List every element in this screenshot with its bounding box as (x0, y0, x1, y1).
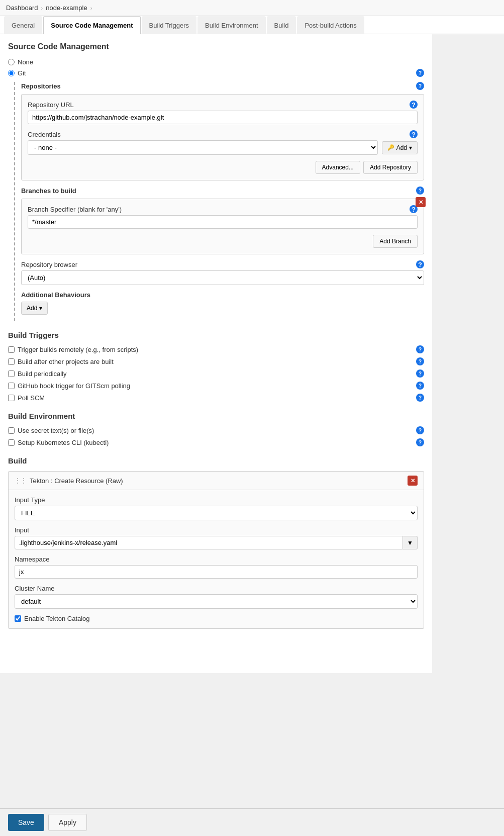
branch-box: ✕ Branch Specifier (blank for 'any') ? A… (21, 199, 424, 254)
repo-url-label-row: Repository URL ? (28, 101, 418, 109)
credentials-add-button[interactable]: 🔑 Add ▾ (382, 141, 418, 154)
scm-git-help-icon[interactable]: ? (416, 69, 424, 77)
scm-none-label: None (18, 58, 33, 66)
repo-actions-row: Advanced... Add Repository (28, 161, 418, 174)
namespace-input[interactable] (15, 565, 418, 579)
env-checkbox-0[interactable] (8, 427, 15, 434)
cluster-name-label: Cluster Name (15, 585, 54, 592)
trigger-help-0[interactable]: ? (416, 345, 424, 353)
add-behaviour-button[interactable]: Add ▾ (21, 302, 48, 315)
scm-git-radio[interactable] (8, 70, 15, 76)
cluster-name-select[interactable]: default (15, 594, 418, 609)
tab-scm[interactable]: Source Code Management (43, 16, 140, 34)
scm-radio-git: Git (8, 69, 26, 77)
credentials-label-row: Credentials ? (28, 130, 418, 138)
trigger-item-0: Trigger builds remotely (e.g., from scri… (8, 345, 424, 353)
trigger-item-1-left: Build after other projects are built (8, 358, 114, 365)
branch-actions-row: Add Branch (28, 235, 418, 248)
build-triggers-title: Build Triggers (8, 331, 424, 339)
scm-radio-none: None (8, 58, 424, 66)
credentials-add-label: Add (396, 144, 407, 151)
tab-build-environment[interactable]: Build Environment (197, 16, 266, 34)
scm-title: Source Code Management (8, 42, 424, 51)
trigger-checkbox-1[interactable] (8, 358, 15, 365)
enable-tekton-checkbox[interactable] (15, 615, 21, 622)
trigger-help-2[interactable]: ? (416, 369, 424, 378)
additional-behaviours-field: Additional Behaviours Add ▾ (21, 291, 424, 315)
input-type-select[interactable]: FILE (15, 506, 418, 520)
repos-help-icon[interactable]: ? (416, 82, 424, 90)
namespace-field: Namespace (15, 555, 418, 579)
build-triggers-list: Trigger builds remotely (e.g., from scri… (8, 345, 424, 402)
trigger-checkbox-4[interactable] (8, 395, 15, 401)
credentials-add-chevron: ▾ (409, 144, 412, 151)
env-label-1: Setup Kubernetes CLI (kubectl) (18, 439, 109, 446)
breadcrumb: Dashboard › node-example › (0, 0, 504, 16)
input-label: Input (15, 526, 29, 534)
repo-browser-label: Repository browser (21, 261, 77, 268)
env-item-1-left: Setup Kubernetes CLI (kubectl) (8, 439, 109, 446)
env-item-0-left: Use secret text(s) or file(s) (8, 427, 94, 434)
additional-behaviours-label: Additional Behaviours (21, 291, 90, 299)
credentials-help-icon[interactable]: ? (410, 130, 418, 138)
trigger-checkbox-0[interactable] (8, 346, 15, 353)
trigger-label-3: GitHub hook trigger for GITScm polling (18, 382, 130, 390)
input-value-input[interactable] (15, 536, 403, 549)
branch-specifier-input[interactable] (28, 215, 418, 229)
env-checkbox-1[interactable] (8, 439, 15, 446)
breadcrumb-dashboard[interactable]: Dashboard (6, 4, 38, 12)
tab-post-build[interactable]: Post-build Actions (297, 16, 364, 34)
tab-build[interactable]: Build (267, 16, 296, 34)
breadcrumb-project[interactable]: node-example (46, 4, 87, 12)
enable-tekton-label: Enable Tekton Catalog (24, 615, 90, 622)
git-section: Repositories ? Repository URL ? Credenti… (8, 82, 424, 321)
repo-url-label: Repository URL (28, 101, 74, 109)
trigger-help-3[interactable]: ? (416, 382, 424, 390)
input-type-field: Input Type FILE (15, 496, 418, 520)
credentials-row: - none - 🔑 Add ▾ (28, 140, 418, 155)
tab-general[interactable]: General (4, 16, 42, 34)
env-help-1[interactable]: ? (416, 438, 424, 446)
input-with-btn: ▼ (15, 536, 418, 549)
add-repository-button[interactable]: Add Repository (363, 161, 418, 174)
build-title: Build (8, 456, 424, 465)
branches-help-icon[interactable]: ? (416, 187, 424, 195)
remove-build-button[interactable]: ✕ (408, 476, 418, 486)
remove-branch-button[interactable]: ✕ (416, 197, 426, 207)
input-type-label: Input Type (15, 496, 45, 504)
build-box-body: Input Type FILE Input ▼ Namespace (9, 490, 424, 628)
advanced-button[interactable]: Advanced... (316, 161, 360, 174)
env-help-0[interactable]: ? (416, 426, 424, 434)
build-env-list: Use secret text(s) or file(s) ? Setup Ku… (8, 426, 424, 446)
scm-git-label: Git (18, 69, 26, 77)
trigger-help-1[interactable]: ? (416, 357, 424, 365)
repo-url-input[interactable] (28, 111, 418, 124)
trigger-checkbox-3[interactable] (8, 383, 15, 389)
variable-button[interactable]: ▼ (403, 536, 418, 549)
trigger-item-3: GitHub hook trigger for GITScm polling ? (8, 382, 424, 390)
trigger-help-4[interactable]: ? (416, 394, 424, 402)
trigger-checkbox-2[interactable] (8, 370, 15, 377)
repo-box: Repository URL ? Credentials ? - none - (21, 94, 424, 180)
repo-browser-select[interactable]: (Auto) (21, 270, 424, 285)
trigger-item-0-left: Trigger builds remotely (e.g., from scri… (8, 346, 138, 353)
tab-build-triggers[interactable]: Build Triggers (142, 16, 196, 34)
repo-url-help-icon[interactable]: ? (410, 101, 418, 109)
credentials-label: Credentials (28, 131, 61, 138)
cluster-name-field: Cluster Name default (15, 585, 418, 609)
scm-none-radio[interactable] (8, 59, 15, 65)
input-field: Input ▼ (15, 526, 418, 549)
credentials-field: Credentials ? - none - 🔑 Add ▾ (28, 130, 418, 155)
drag-handle-icon: ⋮⋮ (15, 477, 27, 484)
trigger-item-4: Poll SCM ? (8, 394, 424, 402)
repo-browser-field: Repository browser ? (Auto) (21, 260, 424, 285)
trigger-label-0: Trigger builds remotely (e.g., from scri… (18, 346, 138, 353)
repo-browser-help-icon[interactable]: ? (416, 260, 424, 268)
trigger-item-2: Build periodically ? (8, 369, 424, 378)
breadcrumb-sep2: › (90, 5, 92, 11)
add-branch-button[interactable]: Add Branch (373, 235, 418, 248)
branch-specifier-label: Branch Specifier (blank for 'any') (28, 206, 122, 213)
add-behaviour-label: Add (27, 305, 37, 312)
credentials-select[interactable]: - none - (28, 140, 378, 155)
git-section-body: Repositories ? Repository URL ? Credenti… (21, 82, 424, 321)
